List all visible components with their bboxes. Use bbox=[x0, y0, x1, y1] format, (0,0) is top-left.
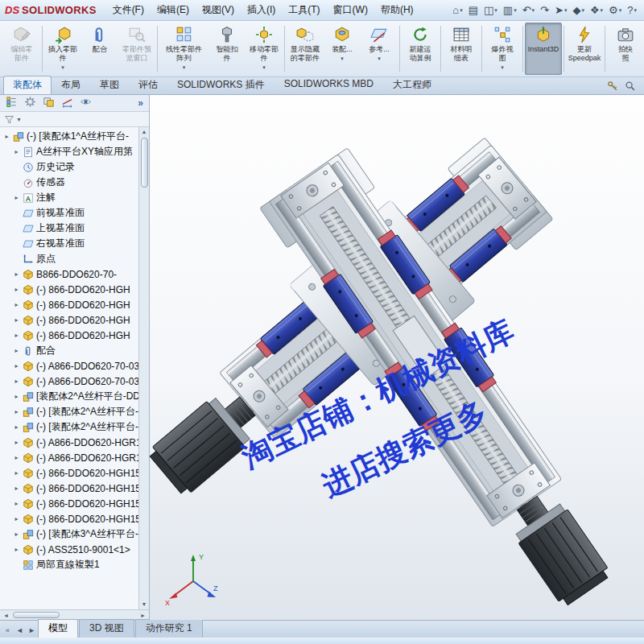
ribbon-assembly-features-button[interactable]: 装配...▾ bbox=[324, 23, 361, 75]
ribbon-linear-component-pattern-button[interactable]: 线性零部件阵列▾ bbox=[159, 23, 208, 75]
expand-arrow-icon[interactable]: ▸ bbox=[13, 148, 20, 155]
expand-arrow-icon[interactable]: ▸ bbox=[13, 530, 20, 538]
tree-item[interactable]: ▸(-) [装配体2^A丝杆平台- bbox=[0, 404, 138, 419]
study-scroll-icon-0[interactable]: « bbox=[2, 626, 14, 638]
tree-item[interactable]: ▸(-) A866-DDO620-70-03 bbox=[0, 358, 138, 374]
tab-layout[interactable]: 布局 bbox=[52, 76, 90, 94]
menu-view[interactable]: 视图(V) bbox=[196, 1, 241, 19]
ribbon-reference-geometry-button[interactable]: 参考...▾ bbox=[361, 23, 398, 75]
tree-item[interactable]: ▸注解 bbox=[0, 190, 138, 205]
tree-item[interactable]: 局部直線複製1 bbox=[0, 557, 138, 572]
ribbon-exploded-view-button[interactable]: 爆炸视 图▾ bbox=[484, 23, 521, 75]
options-icon[interactable]: ⚙▾ bbox=[606, 4, 624, 16]
tree-item[interactable]: ▸(-) [装配体1^A丝杆平台- bbox=[0, 129, 138, 144]
tree-item[interactable]: ▸(-) 866-DDO620-HGH bbox=[0, 282, 138, 297]
expand-arrow-icon[interactable]: ▸ bbox=[13, 347, 20, 354]
filter-funnel-icon[interactable] bbox=[4, 114, 14, 125]
tab-solidworks-mbd[interactable]: SOLIDWORKS MBD bbox=[275, 76, 383, 94]
scroll-down-icon[interactable]: ▼ bbox=[142, 600, 147, 609]
ribbon-mate-button[interactable]: 配合 bbox=[81, 23, 118, 75]
tree-item[interactable]: ▸(-) [装配体3^A丝杆平台- bbox=[0, 526, 138, 542]
expand-arrow-icon[interactable]: ▸ bbox=[13, 485, 20, 492]
ribbon-smart-fasteners-button[interactable]: 智能扣 件 bbox=[208, 23, 246, 75]
hscroll-thumb[interactable] bbox=[13, 612, 60, 618]
expand-arrow-icon[interactable]: ▸ bbox=[13, 286, 20, 293]
tree-vscrollbar[interactable]: ▲ ▼ bbox=[138, 127, 149, 609]
redo-icon[interactable]: ↷ bbox=[538, 4, 551, 16]
menu-insert[interactable]: 插入(I) bbox=[241, 1, 282, 19]
tree-item[interactable]: 前视基准面 bbox=[0, 205, 138, 221]
tab-evaluate[interactable]: 评估 bbox=[129, 76, 167, 94]
tree-item[interactable]: ▸[装配体2^A丝杆平台-DD bbox=[0, 389, 138, 404]
tree-item[interactable]: 传感器 bbox=[0, 175, 138, 190]
scroll-left-icon[interactable]: ◄ bbox=[1, 613, 11, 618]
ribbon-instant3d-button[interactable]: Instant3D bbox=[525, 23, 562, 75]
tree-item[interactable]: ▸(-) A866-DDO620-HGR1 bbox=[0, 450, 138, 465]
ribbon-show-hidden-components-button[interactable]: 显示隐藏 的零部件 bbox=[287, 23, 324, 75]
ribbon-move-component-button[interactable]: 移动零部件▾ bbox=[246, 23, 283, 75]
tree-item[interactable]: 右视基准面 bbox=[0, 236, 138, 251]
tree-item[interactable]: ▸A丝杆平台XY轴应用第 bbox=[0, 144, 138, 159]
expand-arrow-icon[interactable]: ▸ bbox=[13, 362, 20, 369]
featuremanager-tab[interactable] bbox=[6, 96, 18, 111]
tab-solidworks-add-ins[interactable]: SOLIDWORKS 插件 bbox=[167, 76, 275, 94]
expand-arrow-icon[interactable]: ▸ bbox=[13, 393, 20, 400]
ribbon-take-snapshot-button[interactable]: 拍快 照 bbox=[607, 23, 644, 75]
configurationmanager-tab[interactable] bbox=[43, 96, 55, 111]
bottom-tab-motion-study-1[interactable]: 动作研究 1 bbox=[135, 619, 203, 638]
expand-arrow-icon[interactable]: ▸ bbox=[13, 332, 20, 339]
ribbon-bill-of-materials-button[interactable]: 材料明 细表 bbox=[443, 23, 480, 75]
expand-arrow-icon[interactable]: ▸ bbox=[13, 469, 20, 477]
menu-window[interactable]: 窗口(W) bbox=[327, 1, 374, 19]
expand-arrow-icon[interactable]: ▸ bbox=[13, 500, 20, 507]
menu-tools[interactable]: 工具(T) bbox=[282, 1, 326, 19]
tree-item[interactable]: ▸配合 bbox=[0, 343, 138, 358]
bottom-tab-model[interactable]: 模型 bbox=[38, 619, 78, 638]
search-icon[interactable] bbox=[625, 80, 636, 92]
expand-arrow-icon[interactable]: ▸ bbox=[13, 546, 20, 553]
expand-arrow-icon[interactable]: ▸ bbox=[13, 423, 20, 431]
ribbon-update-speedpak-button[interactable]: 更新 Speedpak bbox=[566, 23, 603, 75]
expand-arrow-icon[interactable]: ▸ bbox=[13, 270, 20, 278]
tree-item[interactable]: ▸(-) ASS2510-9001<1> bbox=[0, 542, 138, 557]
tree-item[interactable]: ▸(-) 866-DDO620-HGH15 bbox=[0, 481, 138, 496]
tab-senior-engineer[interactable]: 大工程师 bbox=[383, 76, 441, 94]
open-icon[interactable]: ▤ bbox=[466, 4, 481, 16]
ribbon-new-motion-study-button[interactable]: 新建运 动算例 bbox=[402, 23, 439, 75]
panel-expand-icon[interactable]: » bbox=[138, 97, 143, 109]
vscroll-thumb[interactable] bbox=[141, 138, 148, 188]
expand-arrow-icon[interactable]: ▸ bbox=[13, 515, 20, 522]
expand-arrow-icon[interactable]: ▸ bbox=[13, 439, 20, 446]
ribbon-edit-component-button[interactable]: 编辑零 部件 bbox=[3, 23, 40, 75]
displaymanager-tab[interactable] bbox=[80, 96, 92, 111]
scroll-up-icon[interactable]: ▲ bbox=[142, 127, 147, 137]
study-scroll-icon-1[interactable]: ◄ bbox=[14, 626, 26, 638]
print-icon[interactable]: ▥▾ bbox=[501, 4, 519, 16]
select-icon[interactable]: ➤▾ bbox=[552, 4, 569, 16]
ribbon-component-preview-window-button[interactable]: 零部件预 览窗口 bbox=[118, 23, 155, 75]
tree-item[interactable]: ▸B866-DDO620-70- bbox=[0, 266, 138, 282]
expand-arrow-icon[interactable]: ▸ bbox=[13, 378, 20, 385]
expand-arrow-icon[interactable]: ▸ bbox=[13, 194, 20, 201]
appearance-icon[interactable]: ❖▾ bbox=[588, 4, 605, 16]
rebuild-icon[interactable]: ◆▾ bbox=[570, 4, 587, 16]
menu-edit[interactable]: 编辑(E) bbox=[151, 1, 196, 19]
tree-item[interactable]: ▸(-) 866-DDO620-HGH bbox=[0, 328, 138, 343]
propertymanager-tab[interactable] bbox=[24, 96, 36, 111]
tab-assembly[interactable]: 装配体 bbox=[3, 76, 52, 94]
tree-item[interactable]: ▸(-) 866-DDO620-HGH15 bbox=[0, 511, 138, 526]
expand-arrow-icon[interactable]: ▸ bbox=[13, 316, 20, 324]
bottom-tab-3d-views[interactable]: 3D 视图 bbox=[79, 619, 134, 638]
viewport-3d[interactable]: 淘宝店铺：机械资料库 进店搜索更多 Y X Z bbox=[150, 95, 644, 620]
tree-item[interactable]: ▸(-) A866-DDO620-HGR1 bbox=[0, 435, 138, 450]
tree-item[interactable]: 历史记录 bbox=[0, 159, 138, 175]
tab-sketch[interactable]: 草图 bbox=[90, 76, 129, 94]
undo-icon[interactable]: ↶▾ bbox=[520, 4, 537, 16]
scroll-right-icon[interactable]: ► bbox=[138, 613, 148, 618]
tree-item[interactable]: ▸(-) 866-DDO620-HGH bbox=[0, 312, 138, 328]
expand-arrow-icon[interactable]: ▸ bbox=[13, 301, 20, 308]
tree-item[interactable]: ▸(-) 866-DDO620-HGH15 bbox=[0, 496, 138, 511]
menu-help[interactable]: 帮助(H) bbox=[374, 1, 420, 19]
tree-item[interactable]: ▸(-) A866-DDO620-70-03 bbox=[0, 374, 138, 389]
filter-dropdown-icon[interactable]: ▼ bbox=[16, 117, 22, 122]
